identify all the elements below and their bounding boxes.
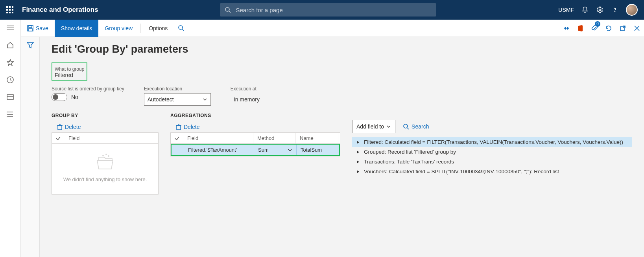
gear-icon[interactable] bbox=[596, 6, 604, 14]
what-to-group-field: What to group Filtered bbox=[52, 62, 87, 81]
refresh-button[interactable] bbox=[602, 20, 616, 37]
popout-button[interactable] bbox=[616, 20, 630, 37]
exec-at-label: Execution at bbox=[231, 86, 297, 92]
exec-at-field: Execution at In memory bbox=[231, 86, 297, 106]
trash-icon bbox=[57, 124, 63, 130]
tree-item-label: Filtered: Calculated field = FILTER(Tran… bbox=[364, 139, 623, 145]
svg-marker-39 bbox=[357, 141, 359, 144]
tree-panel: Add field to Search Filtered: C bbox=[352, 120, 632, 195]
agg-row-check[interactable] bbox=[172, 145, 184, 155]
tree-item[interactable]: Filtered: Calculated field = FILTER(Tran… bbox=[352, 137, 632, 147]
agg-row[interactable]: Filtered.'$TaxAmount' Sum TotalSum bbox=[171, 144, 340, 156]
tree-list: Filtered: Calculated field = FILTER(Tran… bbox=[352, 137, 632, 176]
divider bbox=[140, 24, 141, 33]
tree-item-label: Vouchers: Calculated field = SPLIT("INV-… bbox=[364, 169, 559, 174]
agg-col-name[interactable]: Name bbox=[296, 133, 338, 143]
expand-icon[interactable] bbox=[356, 140, 360, 144]
groupby-empty: We didn't find anything to show here. bbox=[52, 144, 158, 194]
avatar[interactable] bbox=[626, 4, 638, 16]
exec-location-label: Execution location bbox=[144, 86, 211, 92]
svg-marker-23 bbox=[566, 27, 569, 30]
office-icon bbox=[577, 25, 583, 32]
svg-rect-28 bbox=[58, 125, 62, 130]
connector-button[interactable] bbox=[559, 20, 573, 37]
trash-icon bbox=[176, 124, 181, 130]
app-launcher[interactable] bbox=[0, 6, 20, 13]
groupby-delete-button[interactable]: Delete bbox=[52, 121, 159, 132]
exec-location-field: Execution location Autodetect bbox=[144, 86, 211, 106]
attachments-button[interactable]: 0 bbox=[587, 20, 602, 37]
svg-line-38 bbox=[407, 128, 409, 129]
popout-icon bbox=[620, 25, 626, 31]
tree-item[interactable]: Vouchers: Calculated field = SPLIT("INV-… bbox=[352, 167, 632, 176]
modules-icon[interactable] bbox=[6, 110, 15, 119]
close-button[interactable] bbox=[630, 20, 644, 37]
svg-marker-22 bbox=[564, 27, 566, 30]
svg-rect-34 bbox=[177, 125, 181, 130]
search-icon bbox=[178, 25, 184, 31]
expand-icon[interactable] bbox=[356, 170, 360, 174]
add-field-to-button[interactable]: Add field to bbox=[352, 120, 395, 133]
aggregations-section: AGGREGATIONS Delete Field Method Name bbox=[170, 113, 340, 195]
svg-point-33 bbox=[108, 156, 109, 156]
groupby-col-field[interactable]: Field bbox=[65, 133, 158, 143]
help-icon[interactable] bbox=[611, 6, 619, 14]
agg-delete-button[interactable]: Delete bbox=[170, 121, 340, 132]
svg-marker-27 bbox=[27, 42, 33, 48]
tree-item[interactable]: Grouped: Record list 'Filtered' group by bbox=[352, 147, 632, 157]
show-details-button[interactable]: Show details bbox=[55, 20, 98, 37]
groupby-table: Field We didn't find anything to show he… bbox=[52, 132, 159, 195]
clock-icon[interactable] bbox=[6, 75, 15, 84]
agg-col-method[interactable]: Method bbox=[253, 133, 296, 143]
svg-point-32 bbox=[106, 154, 107, 155]
filter-rail bbox=[21, 37, 40, 257]
legal-entity[interactable]: USMF bbox=[558, 7, 574, 13]
bell-icon[interactable] bbox=[581, 6, 589, 14]
global-search[interactable] bbox=[220, 3, 436, 17]
svg-line-21 bbox=[182, 29, 184, 31]
what-to-group-value[interactable]: Filtered bbox=[55, 72, 84, 78]
action-bar: Save Show details Group view Options 0 bbox=[21, 20, 644, 37]
save-icon bbox=[27, 25, 33, 31]
search-icon bbox=[225, 7, 231, 13]
save-button[interactable]: Save bbox=[21, 20, 55, 37]
agg-row-name[interactable]: TotalSum bbox=[297, 145, 339, 155]
options-button[interactable]: Options bbox=[142, 20, 174, 37]
svg-point-3 bbox=[614, 11, 615, 12]
office-button[interactable] bbox=[573, 20, 587, 37]
hamburger-icon[interactable] bbox=[6, 24, 15, 32]
svg-point-0 bbox=[225, 7, 229, 11]
expand-icon[interactable] bbox=[356, 150, 360, 154]
svg-rect-19 bbox=[28, 29, 32, 31]
page-search-button[interactable] bbox=[174, 20, 188, 37]
folder-icon bbox=[95, 153, 115, 171]
svg-point-15 bbox=[7, 114, 7, 115]
svg-point-16 bbox=[7, 116, 7, 117]
ordered-field: Source list is ordered by group key No bbox=[52, 86, 124, 106]
expand-icon[interactable] bbox=[356, 160, 360, 164]
agg-col-field[interactable]: Field bbox=[183, 133, 253, 143]
groupby-section: GROUP BY Delete Field bbox=[52, 113, 159, 195]
agg-select-all[interactable] bbox=[171, 133, 183, 143]
agg-row-method[interactable]: Sum bbox=[254, 145, 297, 155]
exec-location-select[interactable]: Autodetect bbox=[144, 93, 211, 106]
home-icon[interactable] bbox=[6, 41, 15, 50]
agg-row-field[interactable]: Filtered.'$TaxAmount' bbox=[184, 145, 254, 155]
tree-item[interactable]: Transactions: Table 'TaxTrans' records bbox=[352, 157, 632, 167]
tree-search-button[interactable]: Search bbox=[403, 123, 429, 130]
groupby-heading: GROUP BY bbox=[52, 113, 159, 118]
groupby-select-all[interactable] bbox=[52, 133, 65, 143]
group-view-button[interactable]: Group view bbox=[98, 20, 139, 37]
svg-marker-40 bbox=[357, 151, 359, 154]
filter-icon[interactable] bbox=[27, 42, 34, 257]
tree-item-label: Transactions: Table 'TaxTrans' records bbox=[364, 159, 454, 165]
svg-point-2 bbox=[599, 9, 601, 11]
ordered-toggle[interactable] bbox=[52, 93, 67, 101]
svg-rect-9 bbox=[7, 95, 13, 99]
star-icon[interactable] bbox=[6, 58, 15, 67]
ordered-label: Source list is ordered by group key bbox=[52, 86, 124, 92]
global-search-input[interactable] bbox=[235, 6, 432, 14]
svg-line-1 bbox=[229, 11, 231, 13]
workspace-icon[interactable] bbox=[6, 93, 15, 101]
top-nav: Finance and Operations USMF bbox=[0, 0, 644, 20]
